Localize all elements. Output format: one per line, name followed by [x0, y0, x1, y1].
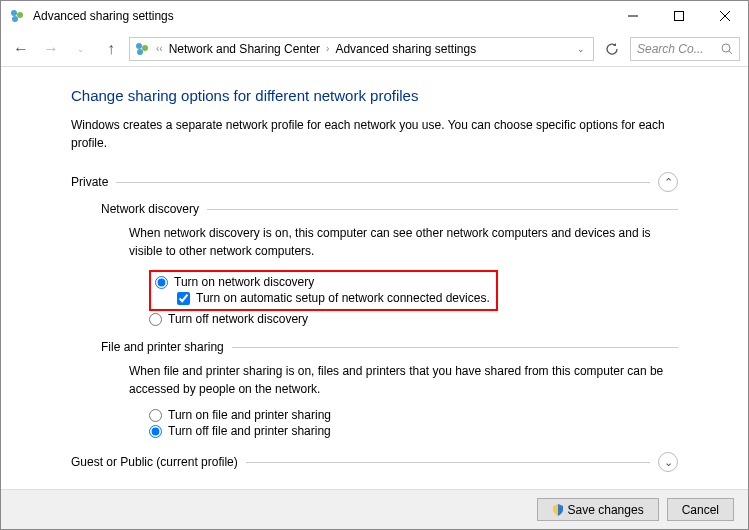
subsection-desc: When file and printer sharing is on, fil… — [129, 362, 678, 398]
breadcrumb-item[interactable]: Network and Sharing Center — [169, 42, 320, 56]
svg-point-0 — [11, 10, 17, 16]
subsection-desc: When network discovery is on, this compu… — [129, 224, 678, 260]
breadcrumb[interactable]: ‹‹ Network and Sharing Center › Advanced… — [129, 37, 594, 61]
subsection-network-discovery: Network discovery When network discovery… — [101, 202, 678, 326]
radio-label: Turn off file and printer sharing — [168, 424, 331, 438]
save-changes-button[interactable]: Save changes — [537, 498, 659, 521]
refresh-button[interactable] — [600, 37, 624, 61]
svg-rect-4 — [675, 12, 684, 21]
chevron-up-icon[interactable]: ⌃ — [658, 172, 678, 192]
checkbox-auto-setup[interactable] — [177, 292, 190, 305]
checkbox-label: Turn on automatic setup of network conne… — [196, 291, 490, 305]
section-label: Guest or Public (current profile) — [71, 455, 238, 469]
divider — [116, 182, 650, 183]
window-title: Advanced sharing settings — [33, 9, 610, 23]
svg-point-1 — [17, 12, 23, 18]
recent-dropdown[interactable]: ⌄ — [69, 37, 93, 61]
radio-fp-off[interactable] — [149, 425, 162, 438]
section-label: Private — [71, 175, 108, 189]
shield-icon — [552, 504, 564, 516]
page-intro: Windows creates a separate network profi… — [71, 116, 678, 152]
back-button[interactable]: ← — [9, 37, 33, 61]
breadcrumb-sep: ‹‹ — [156, 43, 163, 54]
chevron-right-icon: › — [326, 43, 329, 54]
forward-button[interactable]: → — [39, 37, 63, 61]
svg-line-11 — [729, 51, 732, 54]
divider — [207, 209, 678, 210]
maximize-button[interactable] — [656, 1, 702, 31]
minimize-button[interactable] — [610, 1, 656, 31]
chevron-down-icon[interactable]: ⌄ — [658, 452, 678, 472]
divider — [246, 462, 650, 463]
content-area: Change sharing options for different net… — [1, 67, 748, 489]
subsection-title: Network discovery — [101, 202, 199, 216]
divider — [232, 347, 678, 348]
svg-point-8 — [142, 45, 148, 51]
page-heading: Change sharing options for different net… — [71, 87, 678, 104]
section-guest-header[interactable]: Guest or Public (current profile) ⌄ — [71, 452, 678, 472]
radio-label: Turn off network discovery — [168, 312, 308, 326]
button-label: Save changes — [568, 503, 644, 517]
highlight-box: Turn on network discovery Turn on automa… — [149, 270, 498, 311]
button-label: Cancel — [682, 503, 719, 517]
svg-point-7 — [136, 43, 142, 49]
svg-point-2 — [12, 16, 18, 22]
radio-nd-on[interactable] — [155, 276, 168, 289]
search-icon — [721, 43, 733, 55]
footer: Save changes Cancel — [1, 489, 748, 529]
radio-label: Turn on network discovery — [174, 275, 314, 289]
network-icon — [134, 41, 150, 57]
subsection-title: File and printer sharing — [101, 340, 224, 354]
breadcrumb-dropdown[interactable]: ⌄ — [573, 44, 589, 54]
app-icon — [9, 8, 25, 24]
radio-nd-off[interactable] — [149, 313, 162, 326]
svg-point-10 — [722, 44, 730, 52]
cancel-button[interactable]: Cancel — [667, 498, 734, 521]
close-button[interactable] — [702, 1, 748, 31]
titlebar: Advanced sharing settings — [1, 1, 748, 31]
svg-point-9 — [137, 49, 143, 55]
navbar: ← → ⌄ ↑ ‹‹ Network and Sharing Center › … — [1, 31, 748, 67]
window-controls — [610, 1, 748, 31]
radio-fp-on[interactable] — [149, 409, 162, 422]
radio-label: Turn on file and printer sharing — [168, 408, 331, 422]
breadcrumb-item[interactable]: Advanced sharing settings — [335, 42, 476, 56]
section-private-header[interactable]: Private ⌃ — [71, 172, 678, 192]
subsection-file-printer: File and printer sharing When file and p… — [101, 340, 678, 438]
up-button[interactable]: ↑ — [99, 37, 123, 61]
search-placeholder: Search Co... — [637, 42, 717, 56]
search-input[interactable]: Search Co... — [630, 37, 740, 61]
